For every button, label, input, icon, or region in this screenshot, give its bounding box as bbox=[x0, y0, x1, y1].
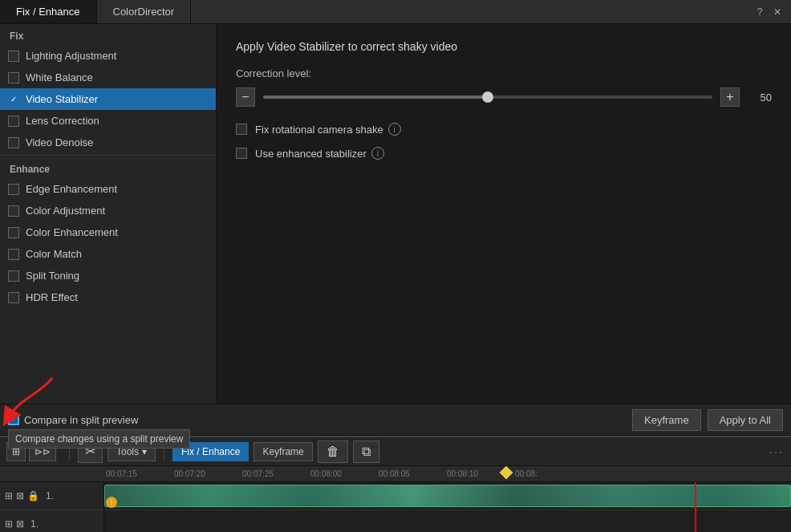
track-row-1[interactable]: i bbox=[104, 482, 791, 510]
fix-video-denoise[interactable]: Video Denoise bbox=[0, 132, 216, 153]
track-row-2[interactable] bbox=[104, 510, 791, 532]
copy-button[interactable]: ⧉ bbox=[353, 441, 379, 463]
video-denoise-checkbox[interactable] bbox=[8, 137, 19, 148]
fix-rotational-label: Fix rotational camera shake i bbox=[255, 123, 401, 136]
fix-video-stabilizer[interactable]: ✓ Video Stabilizer bbox=[0, 88, 216, 110]
compare-checkbox[interactable] bbox=[8, 414, 19, 425]
slider-fill bbox=[263, 95, 488, 99]
enhanced-stabilizer-label: Use enhanced stabilizer i bbox=[255, 147, 384, 160]
ruler-mark-5: 00:08:10 bbox=[445, 469, 513, 478]
hdr-effect-checkbox[interactable] bbox=[8, 292, 19, 303]
enhanced-stabilizer-checkbox[interactable] bbox=[236, 148, 247, 159]
bottom-controls-bar: Compare in split preview Compare changes… bbox=[0, 404, 791, 436]
track-clip-1[interactable] bbox=[104, 485, 791, 507]
timeline-tracks: ⊞ ⊠ 🔒 1. ⊞ ⊠ 1. i bbox=[0, 482, 791, 532]
fix-white-balance[interactable]: White Balance bbox=[0, 67, 216, 88]
compare-label: Compare in split preview bbox=[24, 414, 138, 426]
fix-rotational-info-icon[interactable]: i bbox=[388, 123, 401, 136]
split-toning-label: Split Toning bbox=[26, 270, 79, 282]
ruler-mark-4: 00:08:05 bbox=[377, 469, 445, 478]
ruler-marks: 00:07:15 00:07:20 00:07:25 00:08:00 00:0… bbox=[104, 469, 582, 478]
track-label-2: ⊞ ⊠ 1. bbox=[0, 510, 103, 532]
slider-value: 50 bbox=[748, 91, 772, 104]
edge-enhancement-checkbox[interactable] bbox=[8, 184, 19, 195]
lens-correction-label: Lens Correction bbox=[26, 115, 99, 127]
tab-colordirector[interactable]: ColorDirector bbox=[97, 0, 192, 23]
enhance-section-header: Enhance bbox=[0, 157, 216, 178]
lighting-label: Lighting Adjustment bbox=[26, 50, 116, 62]
hdr-effect-label: HDR Effect bbox=[26, 291, 78, 303]
white-balance-checkbox[interactable] bbox=[8, 72, 19, 83]
keyframe-button[interactable]: Keyframe bbox=[632, 409, 701, 431]
edge-enhancement-label: Edge Enhancement bbox=[26, 183, 117, 195]
correction-slider-row: − + 50 bbox=[236, 87, 772, 107]
delete-button[interactable]: 🗑 bbox=[318, 441, 348, 463]
enhance-color-enhancement[interactable]: Color Enhancement bbox=[0, 221, 216, 243]
video-stabilizer-checkbox[interactable]: ✓ bbox=[8, 94, 19, 105]
ruler-mark-1: 00:07:20 bbox=[172, 469, 241, 478]
color-adjustment-checkbox[interactable] bbox=[8, 205, 19, 217]
ruler-mark-3: 00:08:00 bbox=[309, 469, 377, 478]
fix-lighting-adjustment[interactable]: Lighting Adjustment bbox=[0, 45, 216, 67]
ruler-mark-6: 00:08: bbox=[513, 469, 582, 478]
enhanced-stabilizer-info-icon[interactable]: i bbox=[371, 147, 384, 160]
color-match-label: Color Match bbox=[26, 248, 82, 260]
section-divider bbox=[0, 155, 216, 156]
playhead-diamond bbox=[500, 466, 513, 479]
left-panel: Fix Lighting Adjustment White Balance ✓ … bbox=[0, 24, 217, 404]
ruler-mark-2: 00:07:25 bbox=[241, 469, 309, 478]
slider-thumb[interactable] bbox=[482, 91, 493, 103]
split-toning-checkbox[interactable] bbox=[8, 270, 19, 282]
track-content: i bbox=[104, 482, 791, 532]
stabilizer-title: Apply Video Stabilizer to correct shaky … bbox=[236, 40, 772, 53]
ruler-mark-0: 00:07:15 bbox=[104, 469, 172, 478]
keyframe-timeline-button[interactable]: Keyframe bbox=[254, 442, 312, 461]
color-enhancement-checkbox[interactable] bbox=[8, 227, 19, 238]
close-button[interactable]: ✕ bbox=[772, 6, 783, 18]
color-adjustment-label: Color Adjustment bbox=[26, 205, 105, 217]
lighting-checkbox[interactable] bbox=[8, 51, 19, 62]
more-options[interactable]: ⋯ bbox=[769, 443, 785, 461]
enhance-split-toning[interactable]: Split Toning bbox=[0, 265, 216, 286]
help-button[interactable]: ? bbox=[754, 6, 765, 18]
tab-fix-enhance[interactable]: Fix / Enhance bbox=[0, 0, 97, 23]
fix-rotational-checkbox[interactable] bbox=[236, 124, 247, 135]
apply-to-all-button[interactable]: Apply to All bbox=[708, 409, 783, 431]
track-label-1: ⊞ ⊠ 🔒 1. bbox=[0, 482, 103, 510]
right-panel: Apply Video Stabilizer to correct shaky … bbox=[217, 24, 791, 404]
title-bar: Fix / Enhance ColorDirector ? ✕ bbox=[0, 0, 791, 24]
color-enhancement-label: Color Enhancement bbox=[26, 226, 118, 238]
compare-tooltip: Compare changes using a split preview bbox=[8, 429, 190, 449]
video-stabilizer-label: Video Stabilizer bbox=[26, 93, 98, 105]
clip-info-badge: i bbox=[106, 497, 117, 508]
lens-correction-checkbox[interactable] bbox=[8, 116, 19, 127]
enhance-color-match[interactable]: Color Match bbox=[0, 243, 216, 265]
fix-section-header: Fix bbox=[0, 24, 216, 45]
enhanced-stabilizer-row: Use enhanced stabilizer i bbox=[236, 147, 772, 160]
main-layout: Fix Lighting Adjustment White Balance ✓ … bbox=[0, 24, 791, 404]
slider-minus-button[interactable]: − bbox=[236, 87, 255, 107]
video-denoise-label: Video Denoise bbox=[26, 136, 93, 148]
timeline-ruler: 00:07:15 00:07:20 00:07:25 00:08:00 00:0… bbox=[0, 466, 791, 482]
track-labels: ⊞ ⊠ 🔒 1. ⊞ ⊠ 1. bbox=[0, 482, 104, 532]
enhance-color-adjustment[interactable]: Color Adjustment bbox=[0, 200, 216, 221]
white-balance-label: White Balance bbox=[26, 71, 93, 83]
slider-plus-button[interactable]: + bbox=[720, 87, 740, 107]
fix-lens-correction[interactable]: Lens Correction bbox=[0, 110, 216, 132]
enhance-edge-enhancement[interactable]: Edge Enhancement bbox=[0, 178, 216, 200]
fix-rotational-row: Fix rotational camera shake i bbox=[236, 123, 772, 136]
window-controls: ? ✕ bbox=[754, 6, 791, 18]
enhance-hdr-effect[interactable]: HDR Effect bbox=[0, 286, 216, 308]
clip-thumbnail-1 bbox=[105, 485, 790, 506]
correction-label: Correction level: bbox=[236, 67, 772, 79]
color-match-checkbox[interactable] bbox=[8, 249, 19, 260]
timeline-area: ⊞ ⊳⊳ ✂ Tools ▾ Fix / Enhance Keyframe 🗑 … bbox=[0, 436, 791, 532]
compare-section: Compare in split preview Compare changes… bbox=[8, 414, 314, 426]
correction-slider[interactable] bbox=[263, 95, 712, 99]
